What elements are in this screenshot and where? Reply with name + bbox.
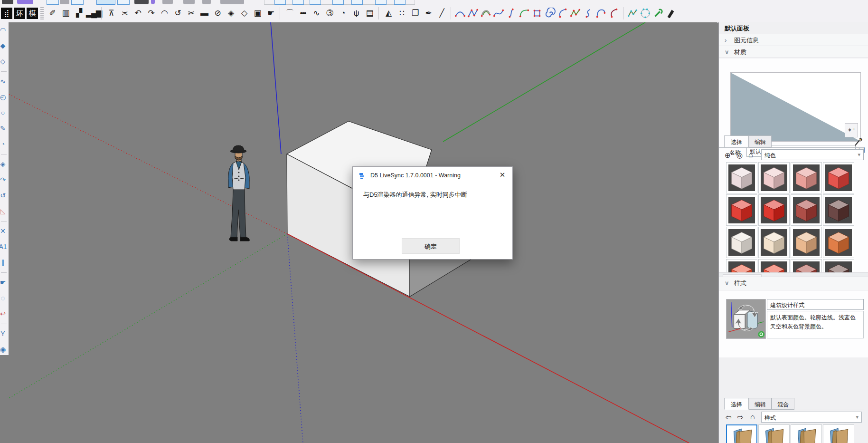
material-swatch[interactable] <box>726 194 757 226</box>
diamond-move-tool-icon[interactable]: ◇ <box>238 7 250 19</box>
c-arc-icon[interactable] <box>557 8 568 19</box>
extrude-icon[interactable]: ◈ <box>0 156 8 172</box>
triangle-rule-icon[interactable]: ◺ <box>0 203 8 219</box>
dotted-circle-icon[interactable]: ◌ <box>0 290 8 306</box>
wrench-tool-icon[interactable] <box>652 8 664 19</box>
slab-tool-icon[interactable]: ▬ <box>198 7 210 19</box>
claw-tool-icon[interactable]: ψ <box>350 7 362 19</box>
tab-styles-edit[interactable]: 编辑 <box>749 398 772 410</box>
sketch-tool-icon[interactable]: ✐ <box>46 7 58 19</box>
hand-flag-icon[interactable]: ☛ <box>0 275 8 290</box>
mirror-tool-icon[interactable]: ◭ <box>382 7 394 19</box>
pen-icon[interactable]: ✎ <box>0 121 8 136</box>
style-folder-thumb[interactable] <box>823 424 854 443</box>
material-swatch[interactable] <box>791 162 822 193</box>
material-swatch[interactable] <box>726 259 757 272</box>
create-material-icon[interactable]: ⊕ <box>725 151 731 160</box>
dot-grid-tool-icon[interactable]: ∷ <box>396 7 407 19</box>
material-swatch[interactable] <box>823 227 854 258</box>
walk-tool-icon[interactable]: Υ <box>0 326 8 342</box>
material-category-dropdown[interactable]: 纯色 ▾ <box>761 149 864 160</box>
select-box-tool-icon[interactable]: ▣ <box>251 7 263 19</box>
green-polyline-icon[interactable] <box>570 8 581 19</box>
forward-arrow-icon[interactable]: ⇨ <box>737 413 744 422</box>
hanger-tool-icon[interactable]: ⊼ <box>105 7 117 19</box>
section-entity-info[interactable]: ›图元信息 <box>719 34 868 46</box>
style-folder-thumb[interactable] <box>726 424 757 443</box>
sparkle-ai-button[interactable]: ✦⁺ <box>845 123 858 137</box>
style-name-input[interactable]: 建筑设计样式 <box>767 299 864 310</box>
material-swatch[interactable] <box>726 162 757 193</box>
compass-tool-icon[interactable]: ✒ <box>422 7 434 19</box>
close-icon[interactable]: ✕ <box>492 167 512 183</box>
eyedropper-icon[interactable] <box>853 136 864 147</box>
spiral-spline-icon[interactable] <box>544 8 556 19</box>
tab-materials-select[interactable]: 选择 <box>724 135 749 147</box>
bars-tool-icon[interactable]: ▂▄▆ <box>86 7 98 19</box>
dome-tool-icon[interactable]: ⌒ <box>283 7 295 19</box>
section-styles[interactable]: ∨样式 <box>719 277 868 290</box>
tab-styles-mix[interactable]: 混合 <box>772 398 794 410</box>
green-arc-icon[interactable] <box>519 8 530 19</box>
material-swatch[interactable] <box>791 259 822 272</box>
circle-axis-tool-icon[interactable]: ⊘ <box>211 7 223 19</box>
tab-styles-select[interactable]: 选择 <box>724 398 749 410</box>
dark-arc-icon[interactable] <box>608 8 620 19</box>
teal-polyline-icon[interactable] <box>627 8 638 19</box>
material-swatch[interactable] <box>791 194 822 226</box>
arc-box-icon[interactable]: ◴ <box>0 89 8 105</box>
cross-node-icon[interactable]: ✕ <box>0 223 8 239</box>
red-undo-icon[interactable]: ↩ <box>0 306 8 322</box>
scale-figure[interactable] <box>228 145 250 241</box>
tab-materials-edit[interactable]: 编辑 <box>749 135 772 147</box>
spin-icon[interactable]: ↺ <box>0 188 8 203</box>
spline-icon[interactable]: ∿ <box>0 74 8 89</box>
s-curve-icon[interactable] <box>506 8 517 19</box>
material-swatch[interactable] <box>758 259 790 272</box>
bezier-arc-icon[interactable] <box>454 8 466 19</box>
material-swatch[interactable] <box>758 194 790 226</box>
wave-tool-icon[interactable]: ∿ <box>310 7 322 19</box>
n-spline-icon[interactable] <box>493 8 504 19</box>
panel-splitter[interactable] <box>719 272 868 277</box>
outline-diamond-icon[interactable]: ◇ <box>0 54 8 69</box>
hook-spline-icon[interactable] <box>583 8 594 19</box>
stairs-tool-icon[interactable]: ▞ <box>73 7 85 19</box>
diamond-array-tool-icon[interactable]: ◈ <box>225 7 236 19</box>
dialog-titlebar[interactable]: D5 LiveSync 1.7.0.0001 - Warning ✕ <box>353 167 512 184</box>
style-collection-dropdown[interactable]: 样式 ▾ <box>761 412 862 423</box>
style-thumbnail[interactable] <box>726 299 766 339</box>
polygon-icon[interactable]: ○ <box>0 105 8 121</box>
style-folder-thumb[interactable] <box>758 424 790 443</box>
hook-icon[interactable]: ↷ <box>0 172 8 188</box>
home-icon[interactable]: ⌂ <box>748 151 753 159</box>
pie-pen-tool-icon[interactable]: ◔ <box>337 7 349 19</box>
sweep-tool-icon[interactable]: ╱ <box>435 7 447 19</box>
parallel-icon[interactable]: ∥ <box>0 255 8 270</box>
fence-tool-icon[interactable]: ▥ <box>59 7 71 19</box>
curve-forward-tool-icon[interactable]: ↷ <box>145 7 157 19</box>
octagon-points-icon[interactable] <box>640 8 651 19</box>
pattern-library-icon[interactable]: ⣾ <box>1 8 12 19</box>
bezier-zigzag-icon[interactable] <box>467 8 479 19</box>
material-swatch[interactable] <box>758 162 790 193</box>
material-swatch[interactable] <box>823 194 854 226</box>
material-swatch[interactable] <box>823 259 854 272</box>
back-arrow-icon[interactable]: ⇦ <box>726 413 732 422</box>
rounded-rect-spline-icon[interactable] <box>531 8 543 19</box>
arc-partial-icon[interactable]: ◠ <box>0 22 8 38</box>
arch-nodes-tool-icon[interactable]: ◠ <box>158 7 170 19</box>
distribute-tool-icon[interactable]: ≍ <box>118 7 130 19</box>
curve-back-tool-icon[interactable]: ↶ <box>132 7 143 19</box>
trim-tool-icon[interactable]: ✂ <box>185 7 197 19</box>
arch-spline-icon[interactable] <box>595 8 607 19</box>
huai-plugin-icon[interactable]: 坏 <box>14 8 25 19</box>
eye-icon[interactable]: ◉ <box>0 342 8 355</box>
style-folder-thumb[interactable] <box>791 424 822 443</box>
ok-button[interactable]: 确定 <box>402 238 460 254</box>
loop-tool-icon[interactable]: ↺ <box>171 7 183 19</box>
arc-pen-icon[interactable]: ◔ <box>0 136 8 152</box>
material-swatch[interactable] <box>758 227 790 258</box>
push-face-tool-icon[interactable]: ☛ <box>264 7 276 19</box>
a1-label-icon[interactable]: A1 <box>0 239 8 255</box>
